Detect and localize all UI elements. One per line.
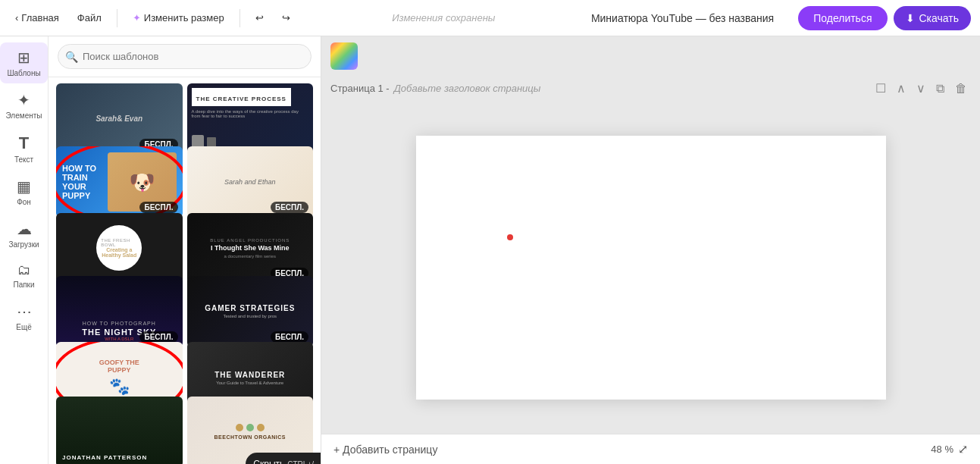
chevron-down-icon: ∨ [916,82,925,95]
canvas-page[interactable] [416,136,886,400]
folders-icon: 🗂 [17,262,31,278]
hide-panel-button[interactable]: Скрыть CTRL+/ [246,453,321,464]
template-card-train-puppy[interactable]: HOW TOTRAINYOURPUPPY 🐶 БЕСПЛ. [56,146,183,218]
sidebar-item-more[interactable]: ⋯ Ещё [0,296,48,337]
download-label: Скачать [919,12,960,24]
template-card-she-was-mine[interactable]: BLUE ANGEL PRODUCTIONS I Thought She Was… [187,213,314,284]
text-label: Текст [14,155,33,164]
color-palette-row [321,36,980,76]
file-label: Файл [77,12,102,24]
background-label: Фон [17,198,31,206]
uploads-icon: ☁ [17,220,32,238]
canvas-element-dot [507,234,513,240]
salad-pre: THE FRESH BOWL [101,238,137,247]
page-actions: ☐ ∧ ∨ ⧉ 🗑 [872,79,971,98]
search-input[interactable] [58,44,312,69]
download-button[interactable]: ⬇ Скачать [894,6,972,30]
free-badge: БЕСПЛ. [139,331,177,343]
top-navigation: ‹ Главная Файл ✦ Изменить размер ↩ ↪ Изм… [0,0,980,36]
magic-wand-icon: ✦ [133,12,141,24]
free-badge: БЕСПЛ. [271,331,308,343]
puppy-emoji: 🐶 [129,170,155,195]
background-icon: ▦ [17,177,31,196]
template-card-sarah-evan[interactable]: Sarah& Evan БЕСПЛ. [56,83,183,155]
templates-panel: 🔍 Sarah& Evan БЕСПЛ. THE CREATIVE PROCES… [49,36,321,464]
redo-button[interactable]: ↪ [276,9,296,27]
color-palette-button[interactable] [330,42,358,70]
back-label: Главная [21,12,58,24]
elements-label: Элементы [6,111,42,120]
salad-title: Creating a Healthy Salad [101,247,137,259]
free-badge: БЕСПЛ. [271,202,308,213]
add-page-label: + Добавить страницу [333,444,437,456]
sidebar-icons: ⊞ Шаблоны ✦ Элементы T Текст ▦ Фон ☁ Заг… [0,36,49,464]
comment-icon: ☐ [875,82,886,95]
nav-divider-2 [240,9,240,27]
mine-pre: BLUE ANGEL PRODUCTIONS [210,238,290,243]
mine-title: I Thought She Was Mine [211,244,290,252]
undo-button[interactable]: ↩ [249,9,270,27]
salad-badge: THE FRESH BOWL Creating a Healthy Salad [96,225,142,271]
gamer-text: GAMER STRATEGIES Tested and trusted by p… [205,304,295,318]
template-card-sarah-ethan[interactable]: Sarah and Ethan БЕСПЛ. [187,146,314,218]
canvas-container[interactable] [321,101,980,434]
sidebar-item-text[interactable]: T Текст [0,127,48,170]
share-button[interactable]: Поделиться [798,6,887,30]
resize-button[interactable]: ✦ Изменить размер [127,9,230,27]
sidebar-item-folders[interactable]: 🗂 Папки [0,256,48,295]
template-card-gamer[interactable]: GAMER STRATEGIES Tested and trusted by p… [187,276,314,347]
chevron-up-icon: ∧ [897,82,906,95]
more-icon: ⋯ [17,303,32,321]
saved-status: Изменения сохранены [392,12,495,24]
template-card-night-sky[interactable]: HOW TO PHOTOGRAPH THE NIGHT SKY WITH A D… [56,276,183,347]
share-label: Поделиться [813,12,872,24]
back-icon: ‹ [15,12,18,24]
nav-center: Изменения сохранены [302,12,585,24]
card-title: Sarah& Evan [95,114,142,123]
card-title: Sarah and Ethan [224,178,276,186]
sidebar-item-elements[interactable]: ✦ Элементы [0,85,48,126]
template-card-creative-process[interactable]: THE CREATIVE PROCESS A deep dive into th… [187,83,314,155]
add-page-button[interactable]: + Добавить страницу [333,444,437,456]
template-card-healthy-salad[interactable]: THE FRESH BOWL Creating a Healthy Salad [56,213,183,284]
file-menu-button[interactable]: Файл [71,9,108,27]
trash-icon: 🗑 [955,82,967,95]
night-pre: HOW TO PHOTOGRAPH [83,321,156,326]
templates-grid: Sarah& Evan БЕСПЛ. THE CREATIVE PROCESS … [49,77,321,464]
resize-label: Изменить размер [144,12,224,24]
elements-icon: ✦ [17,91,30,109]
undo-icon: ↩ [255,12,264,24]
goofy-title: GOOFY THEPUPPY [99,359,139,374]
move-down-button[interactable]: ∨ [913,79,929,98]
page-title-placeholder[interactable]: Добавьте заголовок страницы [394,83,541,94]
uploads-label: Загрузки [8,240,39,249]
download-icon: ⬇ [906,12,915,24]
zoom-area: 48 % ⤢ [931,442,968,456]
text-icon: T [19,133,29,153]
templates-label: Шаблоны [7,69,40,77]
search-icon: 🔍 [65,51,78,63]
fullscreen-button[interactable]: ⤢ [958,442,968,456]
document-title: Миниатюра YouTube — без названия [591,12,774,24]
free-badge: БЕСПЛ. [139,202,177,213]
zoom-level: 48 % [931,444,953,455]
bottom-bar: + Добавить страницу 48 % ⤢ [321,434,980,464]
sidebar-item-background[interactable]: ▦ Фон [0,171,48,212]
gamer-title: GAMER STRATEGIES [205,304,295,312]
creative-subtitle2: from fear to fair to success [192,114,246,118]
puppy-text-block: HOW TOTRAINYOURPUPPY [62,164,96,200]
duplicate-icon: ⧉ [936,82,944,95]
sidebar-item-templates[interactable]: ⊞ Шаблоны [0,42,48,83]
more-label: Ещё [16,323,31,331]
gamer-subtitle: Tested and trusted by pros [205,314,295,318]
back-button[interactable]: ‹ Главная [9,9,65,27]
delete-button[interactable]: 🗑 [951,80,971,98]
template-card-jonathan[interactable]: JONATHAN PATTERSON [56,397,183,464]
move-up-button[interactable]: ∧ [893,79,910,98]
sidebar-item-uploads[interactable]: ☁ Загрузки [0,214,48,255]
page-label: Страница 1 - [330,83,390,94]
comment-button[interactable]: ☐ [872,79,890,98]
hide-shortcut: CTRL+/ [287,460,314,465]
duplicate-button[interactable]: ⧉ [932,80,948,98]
beech-icons [236,424,265,431]
